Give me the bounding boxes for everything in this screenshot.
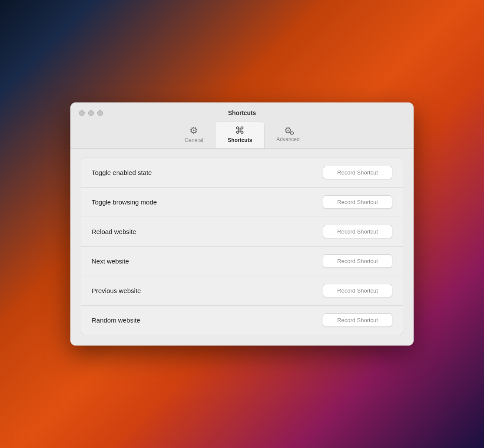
record-shortcut-reload[interactable]: Record Shortcut (323, 225, 392, 238)
shortcut-label-toggle-enabled: Toggle enabled state (92, 169, 152, 176)
shortcut-label-next: Next website (92, 257, 129, 265)
shortcuts-icon: ⌘ (235, 126, 245, 135)
window-title: Shortcuts (228, 109, 256, 116)
shortcut-row-reload: Reload website Record Shortcut (81, 217, 403, 246)
shortcut-label-toggle-browsing: Toggle browsing mode (92, 198, 157, 206)
shortcuts-panel: Toggle enabled state Record Shortcut Tog… (81, 158, 403, 335)
preferences-window: Shortcuts ⚙ General ⌘ Shortcuts ⚙⚙ Advan… (70, 102, 414, 346)
shortcut-row-random: Random website Record Shortcut (81, 305, 403, 335)
advanced-icon: ⚙⚙ (284, 126, 292, 135)
advanced-sub-icon: ⚙ (289, 130, 295, 136)
shortcut-label-previous: Previous website (92, 287, 141, 294)
shortcut-row-previous: Previous website Record Shortcut (81, 276, 403, 305)
general-icon: ⚙ (189, 126, 198, 135)
record-shortcut-toggle-enabled[interactable]: Record Shortcut (323, 166, 392, 179)
traffic-lights (79, 110, 103, 116)
record-shortcut-toggle-browsing[interactable]: Record Shortcut (323, 195, 392, 209)
zoom-button[interactable] (97, 110, 103, 116)
tab-advanced-label: Advanced (276, 136, 299, 142)
shortcut-row-toggle-browsing: Toggle browsing mode Record Shortcut (81, 187, 403, 217)
tab-general-label: General (185, 137, 203, 143)
tab-advanced[interactable]: ⚙⚙ Advanced (264, 122, 312, 148)
shortcut-row-next: Next website Record Shortcut (81, 246, 403, 276)
tab-general[interactable]: ⚙ General (172, 122, 215, 148)
close-button[interactable] (79, 110, 85, 116)
content-area: Toggle enabled state Record Shortcut Tog… (70, 149, 414, 346)
tab-shortcuts-label: Shortcuts (228, 137, 252, 143)
tab-toolbar: ⚙ General ⌘ Shortcuts ⚙⚙ Advanced (172, 122, 312, 148)
shortcut-label-reload: Reload website (92, 228, 136, 235)
record-shortcut-next[interactable]: Record Shortcut (323, 254, 392, 268)
tab-shortcuts[interactable]: ⌘ Shortcuts (215, 122, 264, 148)
record-shortcut-previous[interactable]: Record Shortcut (323, 284, 392, 297)
shortcut-row-toggle-enabled: Toggle enabled state Record Shortcut (81, 158, 403, 187)
shortcut-label-random: Random website (92, 316, 140, 324)
minimize-button[interactable] (88, 110, 94, 116)
titlebar: Shortcuts ⚙ General ⌘ Shortcuts ⚙⚙ Advan… (70, 102, 414, 148)
record-shortcut-random[interactable]: Record Shortcut (323, 313, 392, 327)
